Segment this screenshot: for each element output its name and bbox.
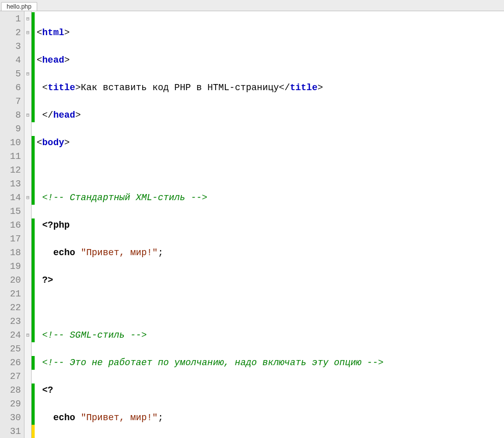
fold-spacer: [24, 136, 31, 150]
fold-spacer: [24, 384, 31, 397]
fold-toggle-icon[interactable]: ⊟: [24, 12, 31, 26]
code-line: <head>: [37, 53, 384, 67]
editor: 1234567891011121314151617181920212223242…: [0, 11, 504, 438]
line-number: 5: [4, 67, 21, 81]
line-number: 15: [4, 205, 21, 218]
line-number: 19: [4, 260, 21, 273]
code-line: <!-- Стандартный XML-стиль -->: [37, 191, 384, 205]
line-number: 2: [4, 26, 21, 40]
line-number: 1: [4, 12, 21, 26]
fold-column: ⊟⊟⊟⊟⊟⊟: [24, 11, 32, 438]
line-number: 10: [4, 136, 21, 150]
line-number: 21: [4, 287, 21, 301]
fold-spacer: [24, 232, 31, 246]
fold-spacer: [24, 177, 31, 191]
line-number: 11: [4, 150, 21, 163]
line-number: 6: [4, 81, 21, 95]
code-line: <!-- SGML-стиль -->: [37, 328, 384, 342]
code-line: <?: [37, 384, 384, 397]
line-number: 12: [4, 163, 21, 177]
fold-spacer: [24, 425, 31, 438]
line-number: 30: [4, 411, 21, 425]
gutter: 1234567891011121314151617181920212223242…: [0, 11, 24, 438]
fold-spacer: [24, 81, 31, 95]
line-number: 26: [4, 356, 21, 370]
line-number: 16: [4, 218, 21, 232]
line-number: 31: [4, 425, 21, 438]
fold-spacer: [24, 301, 31, 315]
code-line: </head>: [37, 108, 384, 122]
line-number: 20: [4, 273, 21, 287]
fold-spacer: [24, 95, 31, 108]
line-number: 8: [4, 108, 21, 122]
line-number: 14: [4, 191, 21, 205]
code-line: [37, 301, 384, 315]
code-area[interactable]: <html> <head> <title>Как вставить код PH…: [35, 11, 386, 438]
line-number: 22: [4, 301, 21, 315]
line-number: 24: [4, 328, 21, 342]
line-number: 4: [4, 53, 21, 67]
fold-spacer: [24, 315, 31, 328]
fold-spacer: [24, 397, 31, 411]
fold-spacer: [24, 40, 31, 53]
fold-spacer: [24, 287, 31, 301]
line-number: 17: [4, 232, 21, 246]
fold-spacer: [24, 205, 31, 218]
fold-spacer: [24, 411, 31, 425]
code-line: echo "Привет, мир!";: [37, 246, 384, 260]
fold-toggle-icon[interactable]: ⊟: [24, 26, 31, 40]
fold-spacer: [24, 370, 31, 384]
code-line: echo "Привет, мир!";: [37, 411, 384, 425]
line-number: 27: [4, 370, 21, 384]
fold-spacer: [24, 246, 31, 260]
fold-spacer: [24, 53, 31, 67]
code-line: <html>: [37, 26, 384, 40]
code-line: <!-- Это не работает по умолчанию, надо …: [37, 356, 384, 370]
fold-spacer: [24, 342, 31, 356]
fold-toggle-icon[interactable]: ⊟: [24, 191, 31, 205]
code-line: ?>: [37, 273, 384, 287]
code-line: <?php: [37, 218, 384, 232]
line-number: 9: [4, 122, 21, 136]
line-number: 7: [4, 95, 21, 108]
fold-toggle-icon[interactable]: ⊟: [24, 108, 31, 122]
fold-spacer: [24, 356, 31, 370]
line-number: 18: [4, 246, 21, 260]
fold-spacer: [24, 218, 31, 232]
fold-spacer: [24, 260, 31, 273]
code-line: [37, 163, 384, 177]
fold-spacer: [24, 122, 31, 136]
fold-toggle-icon[interactable]: ⊟: [24, 67, 31, 81]
line-number: 29: [4, 397, 21, 411]
fold-spacer: [24, 150, 31, 163]
code-line: <title>Как вставить код PHP в HTML-стран…: [37, 81, 384, 95]
tab-bar: hello.php: [0, 0, 504, 11]
line-number: 25: [4, 342, 21, 356]
line-number: 23: [4, 315, 21, 328]
line-number: 13: [4, 177, 21, 191]
fold-toggle-icon[interactable]: ⊟: [24, 328, 31, 342]
line-number: 3: [4, 40, 21, 53]
code-line: <body>: [37, 136, 384, 150]
fold-spacer: [24, 273, 31, 287]
fold-spacer: [24, 163, 31, 177]
file-tab[interactable]: hello.php: [1, 2, 37, 11]
line-number: 28: [4, 384, 21, 397]
